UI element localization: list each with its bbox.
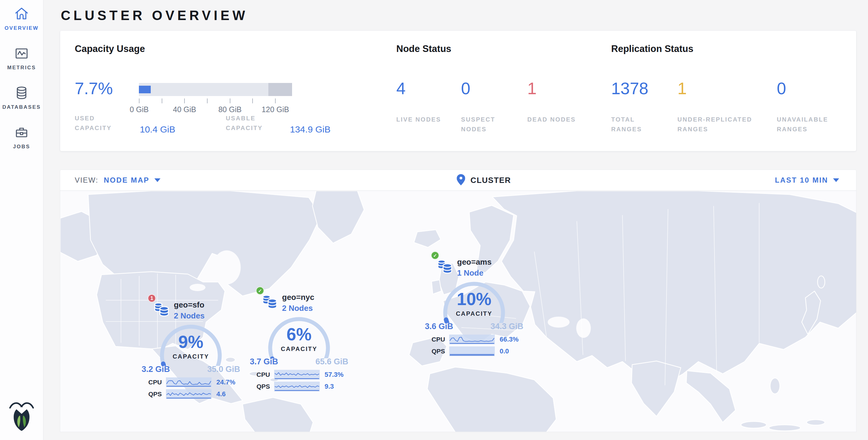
- locality-used-capacity: 3.2 GiB: [142, 365, 170, 374]
- sidebar-item-label: OVERVIEW: [5, 25, 39, 31]
- usable-capacity-value: 134.9 GiB: [290, 124, 330, 135]
- capacity-usage-heading: Capacity Usage: [75, 43, 145, 54]
- replication-status-heading: Replication Status: [611, 43, 693, 54]
- sidebar-item-label: DATABASES: [2, 104, 41, 110]
- database-stack-icon: [153, 300, 172, 320]
- page-title: CLUSTER OVERVIEW: [61, 8, 248, 23]
- database-icon: [14, 86, 29, 100]
- qps-label: QPS: [148, 390, 166, 398]
- sidebar-item-label: METRICS: [7, 65, 36, 71]
- home-icon: [14, 7, 29, 21]
- map-locality-geo=ams[interactable]: ✓ geo=ams 1 Node 10% CAPACITY: [423, 255, 526, 360]
- cpu-value: 24.7%: [216, 378, 235, 386]
- capacity-axis-tick-label: 120 GiB: [262, 105, 289, 114]
- view-mode-value: NODE MAP: [104, 176, 150, 184]
- qps-value: 9.3: [324, 383, 334, 390]
- used-capacity-value: 10.4 GiB: [140, 124, 175, 135]
- map-pin-icon: [457, 174, 465, 187]
- metrics-chart-icon: [14, 46, 29, 61]
- capacity-axis-tick: [184, 98, 185, 103]
- capacity-percent: 10%: [423, 289, 526, 309]
- cpu-value: 57.3%: [324, 371, 343, 379]
- node-map: 1 geo=sfo 2 Nodes 9% CAPACITY: [60, 191, 857, 432]
- qps-sparkline: [274, 382, 320, 391]
- capacity-bar-reserved-segment: [268, 83, 292, 96]
- capacity-axis-tick-label: 80 GiB: [218, 105, 241, 114]
- capacity-bar: 0 GiB40 GiB80 GiB120 GiB: [139, 83, 292, 114]
- locality-name: geo=ams: [457, 257, 491, 267]
- sidebar-item-jobs[interactable]: JOBS: [0, 119, 43, 158]
- cluster-summary-panel: Capacity Usage 7.7% 0 GiB40 GiB80 GiB120…: [60, 30, 857, 151]
- locality-name: geo=nyc: [282, 293, 314, 302]
- capacity-axis-tick-label: 40 GiB: [173, 105, 196, 114]
- capacity-bar-axis: 0 GiB40 GiB80 GiB120 GiB: [139, 96, 292, 114]
- view-mode-dropdown[interactable]: NODE MAP: [104, 176, 160, 184]
- capacity-axis-tick: [230, 98, 230, 103]
- cpu-label: CPU: [432, 336, 449, 343]
- locality-usable-capacity: 35.0 GiB: [207, 365, 240, 374]
- live-nodes-count: 4: [396, 79, 406, 98]
- total-ranges-count: 1378: [611, 79, 648, 98]
- locality-status-badge: 1: [148, 294, 156, 302]
- used-capacity-label: USED CAPACITY: [75, 113, 126, 133]
- live-nodes-label: LIVE NODES: [396, 115, 448, 124]
- qps-value: 4.6: [216, 390, 226, 398]
- cpu-value: 66.3%: [500, 336, 519, 343]
- sidebar-item-overview[interactable]: OVERVIEW: [0, 0, 43, 39]
- map-locality-geo=nyc[interactable]: ✓ geo=nyc 2 Nodes 6% CAPACITY: [247, 290, 351, 395]
- capacity-word: CAPACITY: [247, 345, 351, 352]
- locality-usable-capacity: 34.3 GiB: [491, 322, 523, 331]
- qps-label: QPS: [432, 348, 449, 355]
- view-label: VIEW:: [75, 176, 98, 184]
- time-range-dropdown[interactable]: LAST 10 MIN: [775, 176, 839, 184]
- capacity-word: CAPACITY: [423, 310, 526, 317]
- node-map-toolbar: VIEW: NODE MAP CLUSTER LAST 10 MIN: [60, 169, 857, 191]
- capacity-axis-tick: [252, 98, 253, 103]
- locality-node-count: 2 Nodes: [282, 304, 313, 313]
- unavailable-ranges-label: UNAVAILABLE RANGES: [777, 115, 856, 134]
- cpu-sparkline: [274, 370, 320, 380]
- usable-capacity-label: USABLE CAPACITY: [226, 113, 284, 133]
- total-ranges-label: TOTAL RANGES: [611, 115, 666, 134]
- database-stack-icon: [436, 257, 455, 277]
- sidebar-item-metrics[interactable]: METRICS: [0, 39, 43, 79]
- chevron-down-icon: [833, 178, 839, 182]
- capacity-axis-tick-label: 0 GiB: [130, 105, 149, 114]
- capacity-axis-tick: [275, 98, 276, 103]
- locality-used-capacity: 3.7 GiB: [250, 357, 278, 367]
- sidebar-item-databases[interactable]: DATABASES: [0, 79, 43, 119]
- under-replicated-ranges-count: 1: [677, 79, 687, 98]
- database-stack-icon: [261, 292, 280, 312]
- locality-node-count: 2 Nodes: [174, 311, 205, 321]
- capacity-used-percent: 7.7%: [75, 79, 113, 98]
- locality-used-capacity: 3.6 GiB: [425, 322, 453, 331]
- locality-breadcrumb[interactable]: CLUSTER: [457, 174, 511, 187]
- map-locality-geo=sfo[interactable]: 1 geo=sfo 2 Nodes 9% CAPACITY: [139, 298, 243, 403]
- dead-nodes-label: DEAD NODES: [527, 115, 579, 124]
- cpu-label: CPU: [256, 371, 274, 378]
- cockroachdb-logo[interactable]: [8, 398, 36, 433]
- sidebar-item-label: JOBS: [13, 144, 30, 150]
- under-replicated-ranges-label: UNDER-REPLICATED RANGES: [677, 115, 778, 134]
- locality-status-badge: ✓: [256, 287, 264, 295]
- qps-sparkline: [166, 389, 212, 399]
- locality-node-count: 1 Node: [457, 268, 484, 278]
- capacity-axis-tick: [207, 98, 208, 103]
- capacity-percent: 9%: [139, 332, 243, 352]
- node-status-heading: Node Status: [396, 43, 451, 54]
- capacity-axis-tick: [139, 98, 140, 103]
- suspect-nodes-label: SUSPECT NODES: [461, 115, 513, 134]
- suspect-nodes-count: 0: [461, 79, 470, 98]
- locality-usable-capacity: 65.6 GiB: [315, 357, 348, 367]
- qps-value: 0.0: [500, 347, 509, 355]
- cpu-sparkline: [449, 335, 495, 344]
- qps-sparkline: [449, 346, 495, 356]
- locality-status-badge: ✓: [431, 251, 439, 259]
- qps-label: QPS: [256, 383, 274, 390]
- capacity-bar-used-segment: [139, 86, 151, 93]
- capacity-axis-tick: [162, 98, 162, 103]
- sidebar: OVERVIEW METRICS DATABASES: [0, 0, 43, 440]
- capacity-percent: 6%: [247, 324, 351, 344]
- capacity-word: CAPACITY: [139, 353, 243, 360]
- briefcase-icon: [14, 125, 29, 140]
